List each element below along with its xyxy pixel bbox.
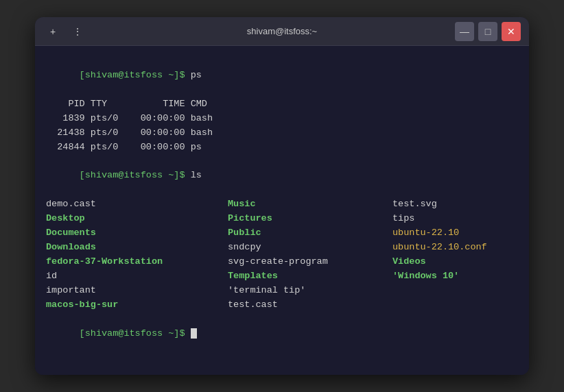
final-prompt-line: [shivam@itsfoss ~]$ [46,313,518,356]
new-tab-button[interactable]: + [43,22,62,41]
cursor [191,328,197,339]
ls-item: svg-create-program [228,255,392,269]
ls-item: Public [228,226,392,241]
window-title: shivam@itsfoss:~ [247,26,317,36]
ls-item: test.svg [392,197,518,212]
ls-command-line: [shivam@itsfoss ~]$ ls [46,154,518,197]
ls-item: important [46,284,228,298]
prompt-2: [shivam@itsfoss ~]$ [80,170,191,180]
ls-item: Pictures [228,212,392,226]
ps-header: PID TTY TIME CMD [46,97,518,112]
close-button[interactable]: ✕ [502,22,521,41]
ps-row-2: 21438 pts/0 00:00:00 bash [46,126,518,140]
ls-col2: MusicPicturesPublicsndcpysvg-create-prog… [228,197,392,312]
cmd-ps: ps [191,70,202,80]
ls-item: tips [392,212,518,226]
ls-item: Desktop [46,212,228,226]
ps-row-3: 24844 pts/0 00:00:00 ps [46,140,518,155]
terminal-body[interactable]: [shivam@itsfoss ~]$ ps PID TTY TIME CMD … [35,46,529,375]
ls-item: Music [228,197,392,212]
prompt-1: [shivam@itsfoss ~]$ [80,70,191,80]
titlebar-left: + ⋮ [43,22,87,41]
ls-col3: test.svgtipsubuntu-22.10ubuntu-22.10.con… [392,197,518,312]
ls-item: 'terminal tip' [228,284,392,298]
ps-row-1: 1839 pts/0 00:00:00 bash [46,112,518,126]
ls-item: demo.cast [46,197,228,212]
cmd-ls: ls [191,170,202,180]
titlebar: + ⋮ shivam@itsfoss:~ — □ ✕ [35,17,529,46]
menu-button[interactable]: ⋮ [68,22,87,41]
ls-item: sndcpy [228,241,392,255]
ls-col1: demo.castDesktopDocumentsDownloadsfedora… [46,197,228,312]
ls-item: 'Windows 10' [392,269,518,284]
ls-item: fedora-37-Workstation [46,255,228,269]
ls-item: ubuntu-22.10 [392,226,518,241]
ls-item: Templates [228,269,392,284]
ls-item: Documents [46,226,228,241]
minimize-button[interactable]: — [455,22,474,41]
ls-item: Videos [392,255,518,269]
ls-item: test.cast [228,298,392,313]
titlebar-right: — □ ✕ [455,22,521,41]
prompt-final: [shivam@itsfoss ~]$ [80,328,191,339]
ls-item: id [46,269,228,284]
ls-item: macos-big-sur [46,298,228,313]
ls-output: demo.castDesktopDocumentsDownloadsfedora… [46,197,518,312]
ps-command-line: [shivam@itsfoss ~]$ ps [46,54,518,97]
maximize-button[interactable]: □ [478,22,497,41]
ls-item: ubuntu-22.10.conf [392,241,518,255]
ls-item: Downloads [46,241,228,255]
terminal-window: + ⋮ shivam@itsfoss:~ — □ ✕ [shivam@itsfo… [35,17,529,375]
